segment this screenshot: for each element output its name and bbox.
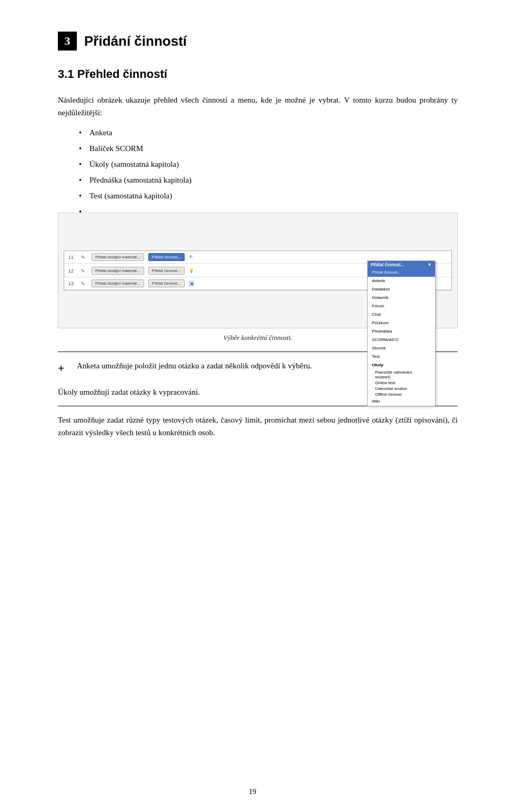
edit-icon: ✎ [81,255,87,260]
dropdown-item-selected[interactable]: Přidat činnost... [368,268,435,277]
list-item: Balíček SCORM [79,142,458,155]
dropdown-item-ukoly[interactable]: Úkoly [368,361,435,369]
edit-icon: ✎ [81,268,87,274]
dropdown-item-dotaznik[interactable]: Dotazník [368,294,435,302]
add-activity-btn3[interactable]: Přidat činnost... [148,279,185,287]
plus-icon: + [58,359,68,377]
add-material-btn[interactable]: Přidat studijní materiál... [92,253,144,261]
add-activity-btn2[interactable]: Přidat činnost... [148,267,185,275]
dropdown-item-forum[interactable]: Fórum [368,302,435,310]
dropdown-subitem-offline[interactable]: Offline činnost [368,392,435,397]
test-text: Test umožňuje zadat různé typy testových… [58,414,458,439]
list-item: Přednáška (samostatná kapitola) [79,174,458,186]
bulb-icon: 💡 [189,268,194,273]
intro-paragraph: Následující obrázek ukazuje přehled všec… [58,94,458,119]
add-material-btn[interactable]: Přidat studijní materiál... [92,279,144,287]
chapter-number: 3 [58,32,77,51]
dropdown-arrow: ▼ [427,262,432,267]
chapter-title: Přidání činností [84,33,187,49]
row-number: 11 [68,255,77,260]
dropdown-item-pruzkum[interactable]: Průzkum [368,319,435,327]
edit-icon: ✎ [81,281,87,286]
add-material-btn[interactable]: Přidat studijní materiál... [92,267,144,275]
dropdown-item-anketa[interactable]: Anketa [368,277,435,285]
dropdown-item-slovnik[interactable]: Slovník [368,344,435,353]
dropdown-item-wiki[interactable]: Wiki [368,397,435,406]
square-icon: ■ [189,280,195,287]
list-item: Test (samostatná kapitola) [79,189,458,202]
row-number: 13 [68,281,77,286]
chapter-heading: 3 Přidání činností [58,32,458,51]
dropdown-item-prednaška[interactable]: Přednáška [368,327,435,336]
dropdown-subitem-pokrocile[interactable]: Pokročilé nahrávání souborů [368,369,435,380]
dropdown-item-chat[interactable]: Chat [368,310,435,319]
page-content: 3 Přidání činností 3.1 Přehled činností … [0,0,505,812]
dropdown-subitem-odevzdat[interactable]: Odevzdat soubor [368,386,435,392]
page-number: 19 [249,788,256,796]
dropdown-item-test[interactable]: Test [368,353,435,361]
dropdown-header: Přidat činnost... ▼ [368,261,435,268]
row-number: 12 [68,268,77,274]
bullet-list: Anketa Balíček SCORM Úkoly (samostatná k… [79,126,458,202]
list-item: Anketa [79,126,458,139]
add-activity-btn[interactable]: Přidat činnost... [148,253,185,261]
section-heading: 3.1 Přehled činností [58,67,458,81]
eye-icon: 👁 [189,255,193,259]
list-item: Úkoly (samostatná kapitola) [79,158,458,171]
screenshot-area: 11 ✎ Přidat studijní materiál... Přidat … [58,213,458,328]
dropdown-item-databaze[interactable]: Databáze [368,285,435,294]
dropdown-subitem-online[interactable]: Online test [368,380,435,386]
dropdown-item-scorm[interactable]: SCORM/AICC [368,336,435,344]
activity-dropdown: Přidat činnost... ▼ Přidat činnost... An… [367,260,436,406]
mock-screenshot: 11 ✎ Přidat studijní materiál... Přidat … [64,250,452,290]
